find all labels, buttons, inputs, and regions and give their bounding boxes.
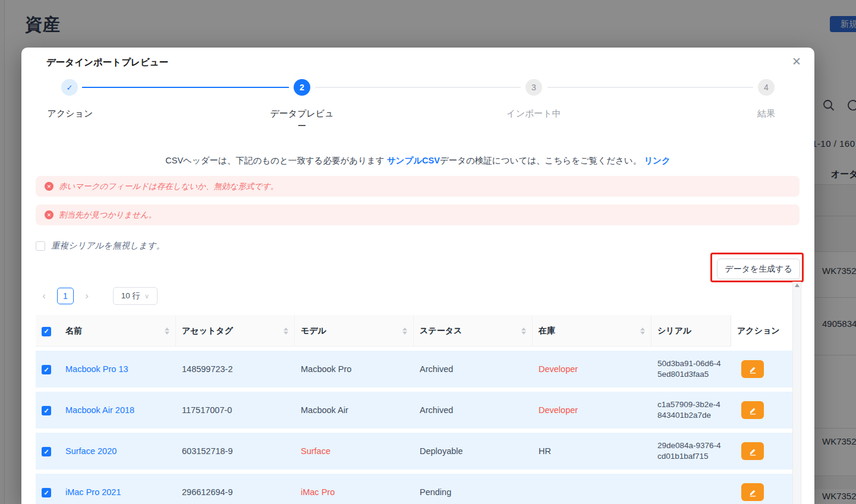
column-header-label: アセットタグ	[182, 326, 233, 336]
step-number: 2	[300, 83, 304, 92]
step-1-label: アクション	[46, 107, 94, 119]
table-row: ✓ iMac Pro 2021 296612694-9 iMac Pro Pen…	[36, 470, 792, 504]
page-number-button[interactable]: 1	[57, 288, 74, 304]
column-header-label: 在庫	[539, 326, 555, 336]
column-header-action: アクション	[731, 315, 792, 346]
step-connector	[315, 87, 521, 88]
step-2-label: データプレビュー	[267, 107, 337, 132]
error-circle-icon: ✕	[45, 210, 54, 219]
next-page-icon[interactable]: ›	[78, 290, 95, 302]
asset-name-link[interactable]: Macbook Pro 13	[59, 364, 176, 374]
column-header-name[interactable]: 名前	[59, 315, 176, 346]
status-cell: Deployable	[414, 446, 533, 456]
edit-row-button[interactable]	[741, 401, 764, 419]
stock-cell: Developer	[533, 364, 652, 374]
column-header-status[interactable]: ステータス	[414, 315, 533, 346]
asset-tag-cell: 603152718-9	[176, 446, 295, 456]
serial-line: cd01b1baf715	[657, 451, 731, 462]
scroll-up-icon[interactable]	[795, 284, 800, 287]
generate-data-button[interactable]: データを生成する	[717, 259, 800, 279]
row-checkbox[interactable]: ✓	[42, 365, 51, 374]
table-pagination: ‹ 1 › 10 行 ∨	[36, 287, 158, 305]
step-2-circle: 2	[294, 79, 310, 96]
ignore-duplicates-label: 重複シリアルを無視します。	[51, 240, 165, 251]
select-all-cell: ✓	[36, 325, 59, 336]
error-alert: ✕ 赤いマークのフィールドは存在しないか、無効な形式です。	[36, 176, 800, 197]
ignore-duplicates-row: 重複シリアルを無視します。	[36, 240, 165, 251]
sample-csv-link[interactable]: サンプルCSV	[387, 156, 440, 165]
pencil-icon	[748, 406, 757, 415]
step-number: 4	[764, 83, 769, 92]
import-preview-modal: ✕ データインポートプレビュー ✓ 2 3 4 アクション データプレビュー イ…	[21, 48, 814, 504]
validation-link[interactable]: リンク	[644, 156, 671, 165]
annotation-highlight-box: データを生成する	[710, 253, 804, 282]
asset-tag-cell: 148599723-2	[176, 364, 295, 374]
asset-tag-cell: 296612694-9	[176, 487, 295, 497]
column-header-label: ステータス	[420, 326, 462, 336]
sort-icon[interactable]	[521, 327, 526, 335]
csv-header-info: CSVヘッダーは、下記のものと一致する必要があります サンプルCSVデータの検証…	[21, 155, 814, 166]
check-icon: ✓	[67, 83, 73, 92]
prev-page-icon[interactable]: ‹	[36, 290, 52, 302]
step-connector	[547, 87, 753, 88]
asset-name-link[interactable]: Macbook Air 2018	[59, 405, 176, 415]
info-text: データの検証については、こちらをご覧ください。	[440, 156, 641, 165]
info-text: CSVヘッダーは、下記のものと一致する必要があります	[165, 156, 386, 165]
column-header-model[interactable]: モデル	[295, 315, 414, 346]
stock-cell: HR	[533, 446, 652, 456]
model-cell: Macbook Pro	[295, 364, 414, 374]
pencil-icon	[748, 365, 757, 374]
step-number: 3	[531, 83, 536, 92]
select-all-checkbox[interactable]: ✓	[42, 327, 51, 336]
ignore-duplicates-checkbox[interactable]	[36, 241, 45, 251]
table-row: ✓ Macbook Pro 13 148599723-2 Macbook Pro…	[36, 346, 792, 388]
serial-cell: c1a57909-3b2e-4 843401b2a7de	[652, 399, 731, 421]
error-alert-text: 赤いマークのフィールドは存在しないか、無効な形式です。	[59, 181, 279, 192]
column-header-label: モデル	[301, 326, 326, 336]
error-alert: ✕ 割当先が見つかりません。	[36, 204, 800, 225]
column-header-asset-tag[interactable]: アセットタグ	[176, 315, 295, 346]
close-icon[interactable]: ✕	[792, 56, 801, 67]
row-checkbox[interactable]: ✓	[42, 488, 51, 497]
sort-icon[interactable]	[284, 327, 288, 335]
pencil-icon	[748, 488, 757, 497]
table-header-row: ✓ 名前 アセットタグ モデル ステータス	[36, 315, 792, 346]
chevron-down-icon: ∨	[144, 292, 149, 300]
edit-row-button[interactable]	[741, 442, 764, 460]
serial-line: 843401b2a7de	[657, 410, 731, 421]
edit-row-button[interactable]	[741, 360, 764, 378]
step-1-circle: ✓	[61, 79, 78, 96]
serial-line: 5ed801d3faa5	[657, 369, 731, 380]
status-cell: Archived	[414, 364, 533, 374]
edit-row-button[interactable]	[741, 483, 764, 501]
sort-icon[interactable]	[402, 327, 407, 335]
asset-tag-cell: 117517007-0	[176, 405, 295, 415]
error-alert-text: 割当先が見つかりません。	[59, 210, 156, 220]
error-circle-icon: ✕	[45, 182, 54, 191]
stock-cell: Developer	[533, 405, 652, 415]
column-header-label: アクション	[737, 326, 780, 336]
status-cell: Archived	[414, 405, 533, 415]
step-4-circle: 4	[758, 79, 775, 96]
asset-name-link[interactable]: iMac Pro 2021	[59, 487, 176, 497]
sort-icon[interactable]	[640, 327, 645, 335]
row-checkbox[interactable]: ✓	[42, 447, 51, 456]
row-checkbox[interactable]: ✓	[42, 406, 51, 415]
column-header-stock[interactable]: 在庫	[533, 315, 652, 346]
page-size-select[interactable]: 10 行 ∨	[113, 287, 158, 305]
sort-icon[interactable]	[165, 327, 169, 335]
serial-line: 29de084a-9376-4	[657, 440, 731, 451]
step-3-label: インポート中	[504, 107, 564, 119]
serial-line: c1a57909-3b2e-4	[657, 399, 731, 410]
pencil-icon	[748, 447, 757, 456]
asset-name-link[interactable]: Surface 2020	[59, 446, 176, 456]
table-scrollbar[interactable]	[792, 282, 801, 504]
serial-line: 50d3ba91-06d6-4	[657, 358, 731, 369]
column-header-label: 名前	[65, 326, 82, 336]
table-row: ✓ Macbook Air 2018 117517007-0 Macbook A…	[36, 388, 792, 429]
step-connector	[82, 87, 289, 88]
preview-table: ✓ 名前 アセットタグ モデル ステータス	[36, 315, 792, 504]
column-header-serial[interactable]: シリアル	[652, 315, 731, 346]
model-cell: Surface	[295, 446, 414, 456]
column-header-label: シリアル	[657, 326, 691, 336]
